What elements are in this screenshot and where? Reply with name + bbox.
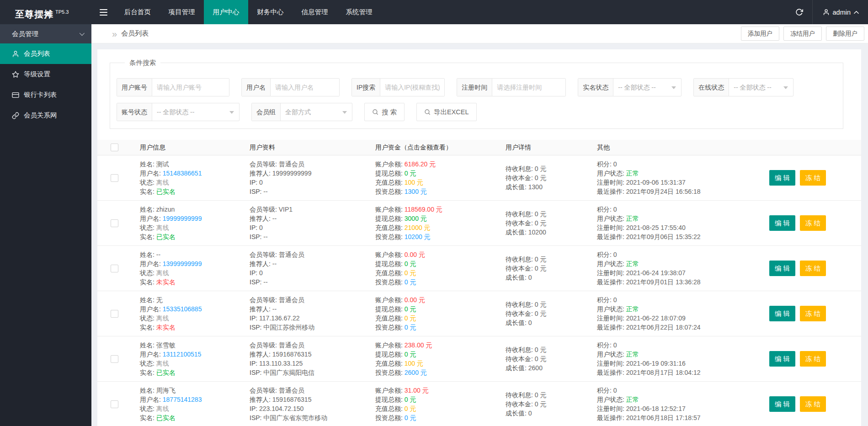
- filter-select[interactable]: -- 全部状态 --: [152, 103, 239, 121]
- edit-button[interactable]: 编 辑: [769, 306, 795, 321]
- sidebar-menu: 会员列表等级设置银行卡列表会员关系网: [0, 43, 91, 126]
- row-actions: 编 辑冻 结: [758, 341, 861, 377]
- row-checkbox[interactable]: [111, 219, 118, 227]
- field-value: 18775141283: [163, 396, 202, 403]
- field-label: 待收利息:: [506, 210, 535, 218]
- row-field: 状态: 离线: [140, 178, 241, 187]
- refresh-button[interactable]: [787, 0, 812, 24]
- row-field: 推荐人: --: [250, 259, 367, 268]
- sidebar-item[interactable]: 会员关系网: [0, 105, 91, 126]
- nav-item[interactable]: 信息管理: [293, 0, 337, 24]
- field-value: 0 元: [405, 260, 416, 267]
- user-menu[interactable]: admin: [812, 0, 868, 24]
- field-label: 待收本金:: [506, 265, 535, 272]
- nav-item[interactable]: 财务中心: [248, 0, 293, 24]
- cell-detail: 待收利息: 0 元待收本金: 0 元成长值: 0: [497, 386, 589, 422]
- search-button[interactable]: 搜 索: [364, 103, 405, 121]
- cell-detail: 待收利息: 0 元待收本金: 0 元成长值: 0: [497, 250, 589, 287]
- freeze-button[interactable]: 冻 结: [800, 215, 826, 231]
- field-value: 离线: [156, 314, 169, 322]
- freeze-button[interactable]: 冻 结: [800, 306, 826, 321]
- edit-button[interactable]: 编 辑: [769, 351, 795, 367]
- field-label: 状态:: [140, 405, 156, 412]
- cell-profile: 会员等级: 普通会员推荐人: --IP: 0ISP: --: [241, 250, 367, 287]
- row-field: 提现总额: 3000 元: [375, 214, 497, 223]
- nav-item[interactable]: 项目管理: [160, 0, 204, 24]
- row-checkbox[interactable]: [111, 310, 118, 318]
- top-navbar: 至尊摆摊TP5.3 后台首页项目管理用户中心财务中心信息管理系统管理 admin: [0, 0, 868, 24]
- row-actions: 编 辑冻 结: [758, 160, 861, 196]
- row-checkbox-cell: [97, 160, 132, 196]
- freeze-button[interactable]: 冻 结: [800, 170, 826, 186]
- filter-input[interactable]: [152, 79, 229, 96]
- card-icon: [12, 91, 19, 99]
- cell-info: 姓名: 测试用户名: 15148386651状态: 离线实名: 已实名: [132, 160, 241, 196]
- row-field: IP: 117.136.67.22: [250, 314, 367, 323]
- sidebar-toggle-button[interactable]: [91, 0, 115, 24]
- cell-other: 积分: 0用户状态: 正常注册时间: 2021-08-25 17:55:40最近…: [589, 205, 758, 241]
- field-value: 0 元: [535, 219, 547, 227]
- freeze-button[interactable]: 冻 结: [800, 396, 826, 412]
- nav-item[interactable]: 后台首页: [115, 0, 160, 24]
- filter-input[interactable]: [380, 79, 444, 96]
- field-value: 0: [528, 410, 532, 417]
- field-value: 0: [613, 160, 617, 168]
- sidebar-item[interactable]: 会员列表: [0, 43, 91, 64]
- table-row: 姓名: 测试用户名: 15148386651状态: 离线实名: 已实名会员等级:…: [97, 155, 861, 201]
- field-value: 117.136.67.22: [259, 314, 300, 322]
- row-checkbox[interactable]: [111, 400, 118, 408]
- filter-input[interactable]: [271, 79, 339, 96]
- field-label: IP:: [250, 179, 259, 186]
- row-checkbox[interactable]: [111, 265, 118, 272]
- row-checkbox[interactable]: [111, 355, 118, 363]
- field-value: 0 元: [535, 301, 547, 308]
- field-label: 实名:: [140, 369, 156, 376]
- row-field: 成长值: 0: [506, 409, 589, 418]
- field-value: 中国广东省东莞市移动: [263, 414, 327, 421]
- filter-select[interactable]: -- 全部状态 --: [613, 79, 681, 96]
- field-label: 待收利息:: [506, 165, 535, 172]
- row-field: 充值总额: 0 元: [375, 404, 497, 413]
- row-field: 投资总额: 1300 元: [375, 187, 497, 196]
- field-label: 成长值:: [506, 274, 528, 281]
- filter-label: IP搜索: [352, 79, 380, 96]
- freeze-user-button[interactable]: 冻结用户: [783, 27, 822, 41]
- field-value: --: [272, 305, 277, 313]
- filter-select[interactable]: -- 全部状态 --: [729, 79, 793, 96]
- freeze-button[interactable]: 冻 结: [800, 351, 826, 367]
- export-excel-button[interactable]: 导出EXCEL: [416, 103, 477, 121]
- refresh-icon: [795, 8, 803, 16]
- filter-select[interactable]: 全部方式: [281, 103, 352, 121]
- sidebar-item[interactable]: 银行卡列表: [0, 85, 91, 105]
- freeze-button[interactable]: 冻 结: [800, 261, 826, 276]
- row-checkbox-cell: [97, 341, 132, 377]
- row-field: 注册时间: 2021-09-06 15:31:37: [597, 178, 758, 187]
- delete-user-button[interactable]: 删除用户: [826, 27, 864, 41]
- row-checkbox[interactable]: [111, 174, 118, 182]
- edit-button[interactable]: 编 辑: [769, 170, 795, 186]
- sidebar-item[interactable]: 等级设置: [0, 64, 91, 85]
- field-label: ISP:: [250, 278, 263, 286]
- field-value: 未实名: [156, 278, 176, 286]
- nav-item[interactable]: 用户中心: [204, 0, 248, 24]
- field-label: 待收本金:: [506, 400, 535, 408]
- row-field: 用户名: 15335106885: [140, 304, 241, 314]
- edit-button[interactable]: 编 辑: [769, 215, 795, 231]
- nav-item[interactable]: 系统管理: [337, 0, 381, 24]
- field-value: 19999999999: [163, 215, 202, 222]
- select-all-checkbox[interactable]: [111, 144, 118, 151]
- sidebar-group-member-management[interactable]: 会员管理: [0, 24, 91, 43]
- field-value: 0 元: [405, 405, 416, 412]
- row-field: IP: 223.104.72.150: [250, 404, 367, 413]
- row-actions: 编 辑冻 结: [758, 250, 861, 287]
- edit-button[interactable]: 编 辑: [769, 396, 795, 412]
- add-user-button[interactable]: 添加用户: [741, 27, 779, 41]
- field-value: 1300 元: [405, 188, 427, 195]
- field-label: 充值总额:: [375, 360, 405, 367]
- filter-input[interactable]: [492, 79, 565, 96]
- field-value: 0.00 元: [405, 296, 425, 304]
- field-value: 0: [613, 206, 617, 213]
- cell-info: 姓名: 无用户名: 15335106885状态: 离线实名: 未实名: [132, 295, 241, 332]
- field-value: 0: [528, 274, 532, 281]
- edit-button[interactable]: 编 辑: [769, 261, 795, 276]
